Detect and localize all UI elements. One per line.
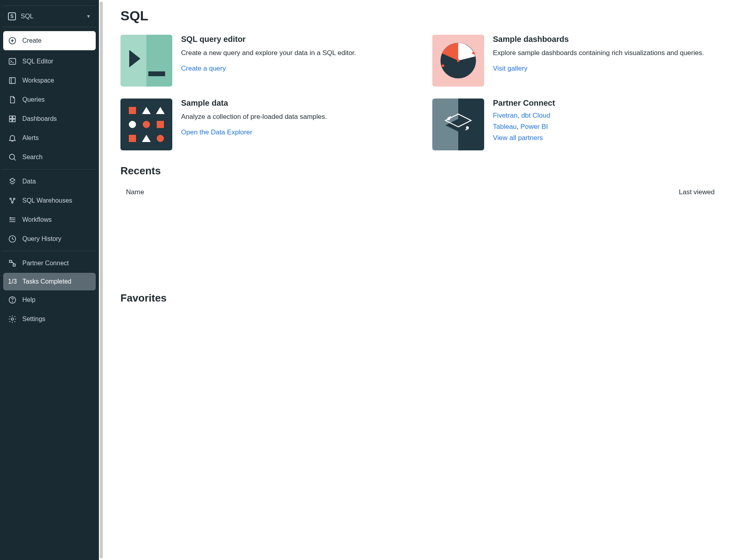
nav-queries[interactable]: Queries <box>3 90 96 109</box>
data-icon <box>8 177 17 186</box>
svg-rect-8 <box>13 116 15 118</box>
powerbi-link[interactable]: Power BI <box>520 123 548 130</box>
queries-icon <box>8 95 17 104</box>
svg-line-15 <box>12 182 15 184</box>
create-query-link[interactable]: Create a query <box>181 65 226 72</box>
nav-dashboards[interactable]: Dashboards <box>3 109 96 128</box>
nav-label: Help <box>22 296 35 304</box>
nav-label: Workflows <box>22 216 52 223</box>
page-title: SQL <box>120 8 720 24</box>
tableau-link[interactable]: Tableau <box>493 123 517 130</box>
card-title: Sample dashboards <box>493 35 720 44</box>
nav-alerts[interactable]: Alerts <box>3 128 96 148</box>
tasks-count: 1/3 <box>8 278 17 285</box>
nav-workspace[interactable]: Workspace <box>3 71 96 90</box>
card-desc: Explore sample dashboards containing ric… <box>493 48 720 58</box>
nav-query-history[interactable]: Query History <box>3 229 96 248</box>
svg-rect-10 <box>13 119 15 122</box>
workspace-switcher[interactable]: S SQL ▼ <box>3 8 96 24</box>
dashboards-illustration <box>432 35 484 87</box>
nav-label: Workspace <box>22 77 54 84</box>
svg-point-34 <box>442 65 444 67</box>
svg-rect-25 <box>10 260 12 263</box>
nav-label: Data <box>22 178 36 185</box>
view-all-partners-link[interactable]: View all partners <box>493 134 543 142</box>
svg-rect-5 <box>10 78 16 84</box>
card-sample-data: Sample data Analyze a collection of pre-… <box>120 99 408 150</box>
recents-empty <box>120 200 720 280</box>
sample-data-illustration <box>120 99 172 150</box>
favorites-section: Favorites <box>120 292 720 304</box>
help-icon <box>8 296 17 304</box>
svg-rect-3 <box>9 59 16 65</box>
svg-point-29 <box>12 302 12 302</box>
fivetran-link[interactable]: Fivetran <box>493 112 517 119</box>
svg-line-20 <box>13 199 14 202</box>
svg-rect-7 <box>10 116 12 118</box>
favorites-title: Favorites <box>120 292 720 304</box>
dbt-cloud-link[interactable]: dbt Cloud <box>521 112 550 119</box>
gear-icon <box>8 315 17 323</box>
svg-rect-26 <box>13 264 16 266</box>
card-title: Sample data <box>181 99 408 108</box>
svg-line-14 <box>10 182 12 184</box>
svg-point-33 <box>457 59 459 62</box>
sql-editor-illustration <box>120 35 172 87</box>
partner-connect-illustration <box>432 99 484 150</box>
nav-sql-editor[interactable]: SQL Editor <box>3 52 96 71</box>
svg-point-11 <box>10 154 15 160</box>
nav-label: Alerts <box>22 134 39 142</box>
svg-line-19 <box>11 199 12 202</box>
visit-gallery-link[interactable]: Visit gallery <box>493 65 528 72</box>
sql-logo-icon: S <box>8 12 16 20</box>
svg-point-17 <box>14 198 15 200</box>
col-name: Name <box>126 188 144 196</box>
partner-icon <box>8 259 17 268</box>
sidebar-scrollbar[interactable] <box>100 2 103 558</box>
nav-data[interactable]: Data <box>3 172 96 191</box>
nav-label: Queries <box>22 96 45 103</box>
nav-label: Settings <box>22 315 45 323</box>
nav-label: SQL Warehouses <box>22 197 72 204</box>
workflow-icon <box>8 215 17 224</box>
tasks-completed-button[interactable]: 1/3 Tasks Completed <box>3 273 96 290</box>
cards-grid: SQL query editor Create a new query and … <box>120 35 720 150</box>
nav-label: Partner Connect <box>22 260 69 267</box>
svg-rect-9 <box>10 119 12 122</box>
svg-marker-13 <box>10 178 15 182</box>
nav-settings[interactable]: Settings <box>3 310 96 329</box>
tasks-label: Tasks Completed <box>22 278 71 285</box>
nav-label: Search <box>22 154 43 161</box>
nav-workflows[interactable]: Workflows <box>3 210 96 229</box>
create-button[interactable]: Create <box>3 31 96 50</box>
main-content: SQL SQL query editor Create a new query … <box>104 0 737 560</box>
svg-point-30 <box>11 318 14 320</box>
clock-icon <box>8 235 17 243</box>
open-data-explorer-link[interactable]: Open the Data Explorer <box>181 128 252 136</box>
nav-sql-warehouses[interactable]: SQL Warehouses <box>3 191 96 210</box>
nav-label: Dashboards <box>22 115 57 122</box>
chevron-down-icon: ▼ <box>86 14 91 19</box>
card-title: Partner Connect <box>493 99 720 108</box>
card-sample-dashboards: Sample dashboards Explore sample dashboa… <box>432 35 720 87</box>
svg-marker-35 <box>445 119 471 132</box>
plus-circle-icon <box>8 36 17 45</box>
recents-table-header: Name Last viewed <box>120 184 720 200</box>
workspace-label: SQL <box>21 13 81 20</box>
nav-partner-connect[interactable]: Partner Connect <box>3 254 96 273</box>
card-desc: Create a new query and explore your data… <box>181 48 408 58</box>
svg-line-27 <box>12 261 14 264</box>
card-partner-connect: Partner Connect Fivetran, dbt Cloud Tabl… <box>432 99 720 150</box>
nav-help[interactable]: Help <box>3 290 96 310</box>
col-last-viewed: Last viewed <box>679 188 715 196</box>
search-icon <box>8 153 17 162</box>
nav-label: SQL Editor <box>22 58 53 65</box>
bell-icon <box>8 134 17 142</box>
nav-label: Query History <box>22 235 61 243</box>
card-sql-editor: SQL query editor Create a new query and … <box>120 35 408 87</box>
svg-point-32 <box>472 52 475 54</box>
recents-section: Recents Name Last viewed <box>120 165 720 280</box>
nav-search[interactable]: Search <box>3 148 96 167</box>
svg-point-18 <box>12 202 13 203</box>
card-desc: Analyze a collection of pre-loaded data … <box>181 112 408 122</box>
